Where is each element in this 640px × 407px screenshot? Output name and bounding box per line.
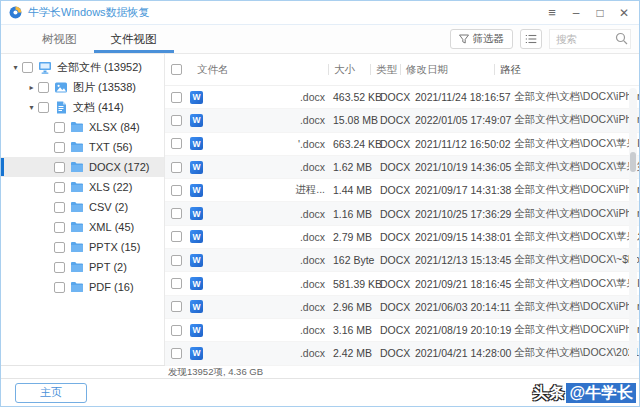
row-checkbox[interactable] [171,325,182,336]
sidebar-tree-item[interactable]: XLS (22) [1,177,164,197]
column-header-modified[interactable]: 修改日期 [400,64,499,75]
file-modified-date: 2021/04/21 14:28:00 [415,347,514,359]
filter-button-label: 筛选器 [473,32,505,46]
word-file-icon: W [190,254,203,267]
tree-item-count: (172) [124,161,150,173]
tree-checkbox[interactable] [54,142,65,153]
tree-item-count: (13952) [104,61,142,73]
file-name: .docx [203,91,333,103]
file-path: 全部文件\文档\DOCX\2021... [514,346,639,360]
file-row[interactable]: W .docx 162 Byte DOCX 2021/12/13 15:13:4… [165,249,639,272]
row-checkbox[interactable] [171,208,182,219]
filter-button[interactable]: 筛选器 [450,29,514,49]
sidebar-tree-item[interactable]: ▸ 图片 (13538) [1,77,164,97]
file-modified-date: 2021/09/15 14:38:01 [415,231,514,243]
file-size: 581.39 KB [333,278,380,290]
expander-icon[interactable]: ▸ [25,83,38,92]
file-row[interactable]: W .docx 1.62 MB DOCX 2021/10/19 14:36:05… [165,156,639,179]
expander-icon[interactable]: ▾ [25,103,38,112]
file-row[interactable]: W .docx 2.79 MB DOCX 2021/09/15 14:38:01… [165,226,639,249]
file-path: 全部文件\文档\DOCX\iPhon... [514,207,639,221]
status-bar: 发现13952项, 4.36 GB [1,365,639,378]
file-table: 文件名 大小 类型 修改日期 路径 W .docx 463.52 KB DOCX… [165,54,639,365]
tree-checkbox[interactable] [38,82,49,93]
search-icon[interactable] [615,32,628,45]
sidebar-tree-item[interactable]: ▾ 全部文件 (13952) [1,57,164,77]
tree-checkbox[interactable] [54,262,65,273]
tree-item-label: PDF [89,281,111,293]
row-checkbox[interactable] [171,115,182,126]
file-type: DOCX [380,324,415,336]
file-modified-date: 2022/01/05 17:49:07 [415,114,514,126]
tree-checkbox[interactable] [54,242,65,253]
row-checkbox[interactable] [171,255,182,266]
file-name: .docx [203,324,333,336]
sidebar-tree-item[interactable]: PPTX (15) [1,237,164,257]
folder-icon [70,261,84,274]
tree-checkbox[interactable] [38,102,49,113]
tree-checkbox[interactable] [54,282,65,293]
tree-checkbox[interactable] [54,162,65,173]
file-row[interactable]: W .docx 3.16 MB DOCX 2021/08/19 20:10:19… [165,319,639,342]
minimize-icon[interactable]: – [569,7,583,19]
row-checkbox[interactable] [171,301,182,312]
table-header: 文件名 大小 类型 修改日期 路径 [165,54,639,86]
file-modified-date: 2021/06/03 20:14:11 [415,301,514,313]
row-checkbox[interactable] [171,348,182,359]
row-checkbox[interactable] [171,278,182,289]
sidebar-tree-item[interactable]: XML (45) [1,217,164,237]
file-modified-date: 2021/09/17 14:31:38 [415,184,514,196]
file-row[interactable]: W 进程... 1.44 MB DOCX 2021/09/17 14:31:38… [165,179,639,202]
file-type: DOCX [380,301,415,313]
tree-checkbox[interactable] [54,122,65,133]
file-name: .docx [203,254,333,266]
tree-checkbox[interactable] [54,222,65,233]
sidebar-tree-item[interactable]: CSV (2) [1,197,164,217]
home-button[interactable]: 主页 [15,383,87,403]
file-modified-date: 2021/08/19 20:10:19 [415,324,514,336]
view-tab[interactable]: 文件视图 [94,25,174,53]
file-row[interactable]: W .docx 581.39 KB DOCX 2021/09/21 18:16:… [165,272,639,295]
file-row[interactable]: W .docx 1.16 MB DOCX 2021/10/25 17:36:29… [165,202,639,225]
row-checkbox[interactable] [171,162,182,173]
row-checkbox[interactable] [171,185,182,196]
column-header-name[interactable]: 文件名 [187,63,333,77]
file-path: 全部文件\文档\DOCX\iPhon... [514,113,639,127]
tree-checkbox[interactable] [54,202,65,213]
scrollbar-thumb[interactable] [630,152,636,172]
sidebar-tree-item[interactable]: ▾ 文档 (414) [1,97,164,117]
file-row[interactable]: W .docx 2.42 MB DOCX 2021/04/21 14:28:00… [165,342,639,365]
column-header-path[interactable]: 路径 [494,64,639,75]
file-name: .docx [203,231,333,243]
funnel-icon [459,34,469,44]
menu-icon[interactable]: ≡ [545,7,559,19]
sidebar-tree-item[interactable]: TXT (56) [1,137,164,157]
word-file-icon: W [190,230,203,243]
list-view-button[interactable] [520,29,542,49]
file-row[interactable]: W .docx 2.96 MB DOCX 2021/06/03 20:14:11… [165,296,639,319]
file-row[interactable]: W .docx 463.52 KB DOCX 2021/11/24 18:16:… [165,86,639,109]
row-checkbox[interactable] [171,231,182,242]
vertical-scrollbar[interactable] [629,88,637,363]
sidebar-tree-item[interactable]: XLSX (84) [1,117,164,137]
tree-checkbox[interactable] [22,62,33,73]
file-row[interactable]: W .docx 15.08 MB DOCX 2022/01/05 17:49:0… [165,109,639,132]
maximize-icon[interactable]: □ [593,7,607,19]
search-box [549,29,631,49]
tree-checkbox[interactable] [54,182,65,193]
column-header-size[interactable]: 大小 [328,64,375,75]
sidebar-tree-item[interactable]: PPT (2) [1,257,164,277]
sidebar-tree-item[interactable]: DOCX (172) [1,157,164,177]
row-checkbox[interactable] [171,92,182,103]
expander-icon[interactable]: ▾ [9,63,22,72]
file-path: 全部文件\文档\DOCX\苹果IO.. [514,277,639,291]
word-file-icon: W [190,300,203,313]
file-row[interactable]: W '.docx 663.24 KB DOCX 2021/11/12 16:50… [165,133,639,156]
close-icon[interactable]: ✕ [617,7,631,19]
row-checkbox[interactable] [171,138,182,149]
folder-icon [70,121,84,134]
view-tab[interactable]: 树视图 [25,25,94,53]
sidebar-tree-item[interactable]: PDF (16) [1,277,164,297]
file-path: 全部文件\文档\DOCX\苹果第... [514,160,639,174]
select-all-checkbox[interactable] [171,64,182,75]
